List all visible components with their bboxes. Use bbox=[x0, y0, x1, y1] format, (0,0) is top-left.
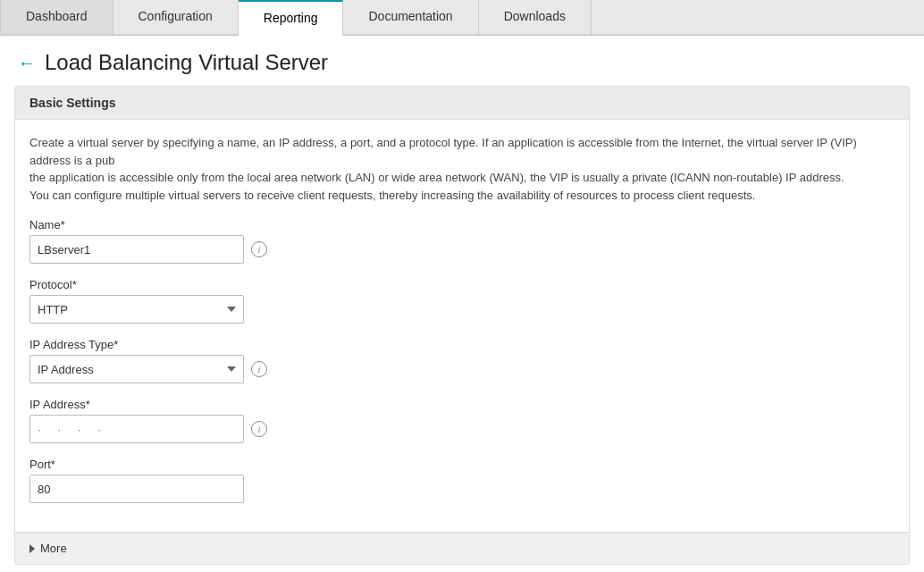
description-line-3: You can configure multiple virtual serve… bbox=[29, 189, 755, 202]
description-line-2: the application is accessible only from … bbox=[29, 171, 844, 184]
ip-address-input[interactable] bbox=[29, 415, 244, 443]
page-content: ← Load Balancing Virtual Server Basic Se… bbox=[0, 36, 924, 572]
card-header: Basic Settings bbox=[15, 87, 909, 120]
protocol-field-group: Protocol* HTTP HTTPS TCP UDP SSL FTP bbox=[29, 278, 895, 324]
name-field-row: i bbox=[29, 235, 895, 264]
tab-reporting[interactable]: Reporting bbox=[239, 0, 344, 36]
ip-address-label: IP Address* bbox=[29, 398, 895, 411]
ip-type-field-row: IP Address Subnet IP Wildcard i bbox=[29, 355, 895, 383]
description-text: Create a virtual server by specifying a … bbox=[29, 134, 895, 204]
description-line-1: Create a virtual server by specifying a … bbox=[29, 136, 857, 167]
basic-settings-card: Basic Settings Create a virtual server b… bbox=[14, 86, 910, 565]
ip-type-label: IP Address Type* bbox=[29, 338, 895, 351]
port-input[interactable] bbox=[29, 475, 244, 503]
page-title: Load Balancing Virtual Server bbox=[45, 50, 328, 75]
protocol-select[interactable]: HTTP HTTPS TCP UDP SSL FTP bbox=[29, 295, 244, 324]
chevron-right-icon bbox=[29, 544, 35, 553]
tab-configuration[interactable]: Configuration bbox=[113, 0, 239, 34]
port-label: Port* bbox=[29, 458, 895, 471]
name-input[interactable] bbox=[29, 235, 244, 264]
ip-type-select[interactable]: IP Address Subnet IP Wildcard bbox=[29, 355, 244, 383]
tab-downloads[interactable]: Downloads bbox=[479, 0, 592, 34]
back-arrow-icon[interactable]: ← bbox=[18, 53, 36, 73]
more-row[interactable]: More bbox=[15, 532, 909, 564]
ip-address-info-icon[interactable]: i bbox=[251, 421, 267, 437]
name-field-group: Name* i bbox=[29, 218, 895, 264]
more-label: More bbox=[40, 542, 67, 555]
page-header: ← Load Balancing Virtual Server bbox=[0, 36, 924, 86]
tab-dashboard[interactable]: Dashboard bbox=[0, 0, 113, 34]
ip-address-field-group: IP Address* i bbox=[29, 398, 895, 443]
tab-documentation[interactable]: Documentation bbox=[343, 0, 478, 34]
name-label: Name* bbox=[29, 218, 895, 231]
ip-type-field-group: IP Address Type* IP Address Subnet IP Wi… bbox=[29, 338, 895, 383]
ip-type-info-icon[interactable]: i bbox=[251, 361, 267, 377]
tab-bar: Dashboard Configuration Reporting Docume… bbox=[0, 0, 924, 36]
name-info-icon[interactable]: i bbox=[251, 241, 267, 257]
card-body: Create a virtual server by specifying a … bbox=[15, 120, 909, 532]
ip-address-field-row: i bbox=[29, 415, 895, 443]
protocol-label: Protocol* bbox=[29, 278, 895, 291]
port-field-group: Port* bbox=[29, 458, 895, 503]
port-field-row bbox=[29, 475, 895, 503]
protocol-field-row: HTTP HTTPS TCP UDP SSL FTP bbox=[29, 295, 895, 324]
